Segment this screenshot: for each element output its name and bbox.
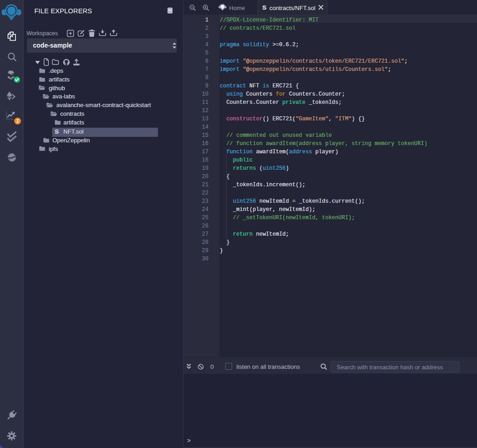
- svg-text:1: 1: [16, 118, 19, 124]
